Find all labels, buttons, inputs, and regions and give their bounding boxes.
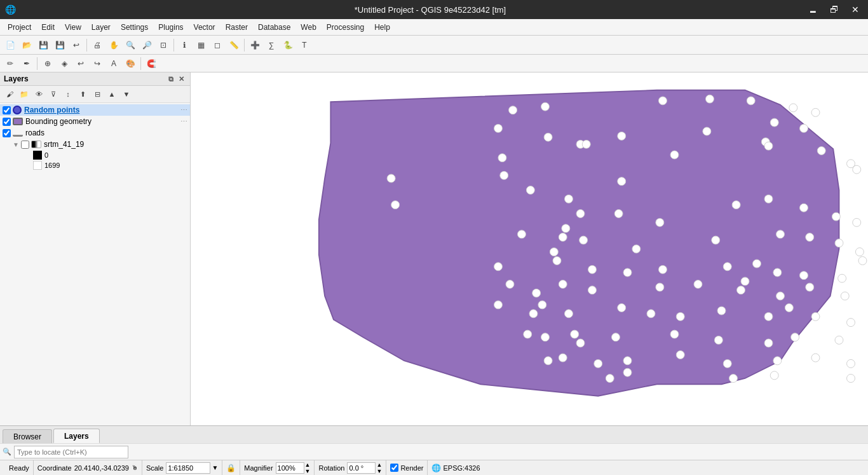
render-checkbox[interactable]: [390, 464, 398, 472]
restore-button[interactable]: 🗗: [826, 4, 843, 15]
point: [509, 106, 517, 114]
pan-btn[interactable]: ✋: [106, 38, 121, 53]
select-btn[interactable]: ▦: [193, 38, 208, 53]
layer-check-srtm[interactable]: [21, 141, 29, 149]
snap-btn[interactable]: 🧲: [144, 56, 159, 71]
menu-item-processing[interactable]: Processing: [322, 22, 369, 33]
point: [553, 257, 561, 265]
menu-item-settings[interactable]: Settings: [116, 22, 153, 33]
main-layout: Layers ⧉ ✕ 🖌 📁 👁 ⊽ ↕ ⬆ ⊟ ▲ ▼ Random poin: [0, 72, 868, 425]
save-as-btn[interactable]: 💾: [52, 38, 67, 53]
point: [723, 263, 731, 271]
menu-item-database[interactable]: Database: [253, 22, 295, 33]
zoom-out-btn[interactable]: 🔎: [139, 38, 154, 53]
collapse-all-btn[interactable]: ⬆: [76, 87, 90, 101]
menu-item-help[interactable]: Help: [369, 22, 395, 33]
close-button[interactable]: ✕: [848, 4, 863, 15]
tab-layers[interactable]: Layers: [53, 429, 100, 443]
point: [855, 248, 864, 256]
point: [789, 104, 797, 112]
revert-btn[interactable]: ↩: [69, 38, 84, 53]
zoom-full-btn[interactable]: ⊡: [156, 38, 171, 53]
color-btn[interactable]: 🎨: [123, 56, 138, 71]
redo-btn[interactable]: ↪: [90, 56, 105, 71]
python-btn[interactable]: 🐍: [280, 38, 295, 53]
point: [737, 286, 745, 294]
layer-options-bounding-geometry[interactable]: ⋯: [180, 118, 187, 126]
layer-collapse-arrow[interactable]: ▼: [13, 141, 19, 148]
edit2-btn[interactable]: ✒: [19, 56, 34, 71]
status-rotation: Rotation ▲▼: [315, 460, 386, 475]
open-project-btn[interactable]: 📂: [19, 38, 34, 53]
edit-btn[interactable]: ✏: [3, 56, 18, 71]
new-project-btn[interactable]: 📄: [3, 38, 18, 53]
move-down-btn[interactable]: ▼: [119, 87, 133, 101]
point: [806, 233, 814, 242]
node-tool-btn[interactable]: ◈: [57, 56, 72, 71]
scale-input[interactable]: [166, 462, 210, 474]
menu-item-web[interactable]: Web: [295, 22, 321, 33]
layer-check-random-points[interactable]: [3, 106, 11, 114]
menu-item-view[interactable]: View: [60, 22, 86, 33]
magnifier-up-btn[interactable]: ▲▼: [305, 462, 311, 474]
locate-input[interactable]: [14, 446, 128, 458]
layer-item-srtm[interactable]: ▼ srtm_41_19: [0, 139, 190, 150]
point: [582, 140, 590, 148]
undo-btn[interactable]: ↩: [73, 56, 88, 71]
deselect-btn[interactable]: ◻: [210, 38, 225, 53]
remove-layer-btn[interactable]: ⊟: [90, 87, 104, 101]
panel-float-btn[interactable]: ⧉: [166, 75, 175, 83]
layer-item-bounding-geometry[interactable]: Bounding geometry ⋯: [0, 116, 190, 127]
layer-item-roads[interactable]: roads: [0, 127, 190, 139]
locate-bar: 🔍: [0, 443, 868, 460]
menu-item-vector[interactable]: Vector: [189, 22, 220, 33]
identify-btn[interactable]: ℹ: [177, 38, 192, 53]
text-btn[interactable]: T: [297, 38, 312, 53]
layer-check-roads[interactable]: [3, 129, 11, 137]
open-layer-style-btn[interactable]: 🖌: [3, 87, 17, 101]
point: [541, 102, 550, 111]
filter-layers-btn[interactable]: 👁: [32, 87, 46, 101]
render-label: Render: [400, 464, 423, 472]
point: [764, 312, 773, 320]
move-up-btn[interactable]: ▲: [105, 87, 119, 101]
panel-close-btn[interactable]: ✕: [177, 75, 186, 83]
layers-tree: Random points ⋯ Bounding geometry ⋯ road…: [0, 103, 190, 425]
sep3: [244, 39, 245, 52]
menu-item-raster[interactable]: Raster: [220, 22, 253, 33]
zoom-in-btn[interactable]: 🔍: [123, 38, 138, 53]
layer-item-random-points[interactable]: Random points ⋯: [0, 104, 190, 116]
tab-browser[interactable]: Browser: [3, 429, 52, 443]
layer-check-bounding-geometry[interactable]: [3, 118, 11, 126]
magnifier-input[interactable]: [276, 462, 304, 474]
digitize-btn[interactable]: ⊕: [40, 56, 55, 71]
point: [723, 359, 731, 368]
status-ready: Ready: [5, 460, 34, 475]
scale-dropdown-btn[interactable]: ▼: [212, 464, 218, 471]
map-canvas[interactable]: [191, 72, 868, 425]
expand-all-btn[interactable]: ↕: [61, 87, 75, 101]
point: [835, 336, 843, 344]
point: [835, 239, 843, 247]
save-project-btn[interactable]: 💾: [36, 38, 51, 53]
menu-item-layer[interactable]: Layer: [86, 22, 116, 33]
layer-options-random-points[interactable]: ⋯: [180, 106, 187, 114]
point: [565, 310, 573, 318]
rotation-input[interactable]: [347, 462, 376, 474]
rotation-label: Rotation: [318, 464, 344, 472]
menu-item-project[interactable]: Project: [3, 22, 36, 33]
print-layout-btn[interactable]: 🖨: [90, 38, 105, 53]
menu-item-edit[interactable]: Edit: [36, 22, 60, 33]
measure-btn[interactable]: 📏: [226, 38, 241, 53]
add-group-btn[interactable]: 📁: [17, 87, 31, 101]
menu-item-plugins[interactable]: Plugins: [153, 22, 188, 33]
point: [618, 304, 626, 312]
legend-swatch-0: [33, 151, 42, 160]
add-layer-btn[interactable]: ➕: [247, 38, 262, 53]
rotation-up-btn[interactable]: ▲▼: [376, 462, 382, 474]
filter-btn[interactable]: ⊽: [46, 87, 60, 101]
minimize-button[interactable]: 🗕: [804, 4, 821, 15]
point: [800, 272, 808, 280]
label-btn[interactable]: A: [106, 56, 121, 71]
field-calculator-btn[interactable]: ∑: [264, 38, 279, 53]
